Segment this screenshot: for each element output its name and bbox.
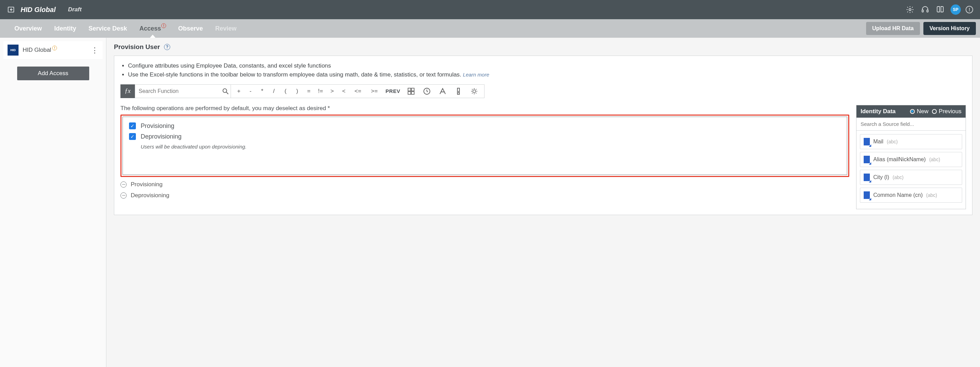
function-search xyxy=(135,84,231,98)
tab-bar: Overview Identity Service Desk Access ! … xyxy=(0,19,980,38)
svg-rect-2 xyxy=(922,10,923,12)
op-gte[interactable]: >= xyxy=(366,85,383,98)
book-icon[interactable] xyxy=(935,5,945,14)
kebab-menu-icon[interactable]: ⋮ xyxy=(91,48,99,52)
field-icon xyxy=(864,191,870,199)
op-plus[interactable]: + xyxy=(233,85,245,98)
radio-icon xyxy=(932,109,937,114)
math-category-icon[interactable] xyxy=(403,85,419,98)
identity-data-title: Identity Data xyxy=(861,108,907,115)
tab-overview[interactable]: Overview xyxy=(8,19,48,38)
svg-point-4 xyxy=(223,89,227,92)
tab-identity[interactable]: Identity xyxy=(48,19,82,38)
upload-hr-data-button[interactable]: Upload HR Data xyxy=(866,22,920,35)
svg-rect-7 xyxy=(411,88,414,91)
svg-rect-3 xyxy=(927,10,928,12)
op-rparen[interactable]: ) xyxy=(291,85,303,98)
tab-observe[interactable]: Observe xyxy=(172,19,209,38)
tab-access-label: Access xyxy=(139,25,161,32)
radio-new[interactable]: New xyxy=(910,108,929,115)
radio-previous[interactable]: Previous xyxy=(932,108,961,115)
function-toolbar: ƒx + - * / ( ) = != > < xyxy=(121,84,966,98)
info-category-icon[interactable] xyxy=(450,85,466,98)
provisioning-row: ✓ Provisioning xyxy=(129,122,841,130)
operator-toolbar: + - * / ( ) = != > < <= >= PREV xyxy=(231,84,485,98)
help-icon[interactable]: ? xyxy=(164,44,170,50)
field-city[interactable]: City (l) (abc) xyxy=(860,170,962,185)
tab-service-desk[interactable]: Service Desk xyxy=(82,19,133,38)
field-icon xyxy=(864,156,870,163)
op-neq[interactable]: != xyxy=(315,85,326,98)
svg-line-5 xyxy=(226,92,229,94)
app-title: HID Global xyxy=(21,6,56,14)
time-category-icon[interactable] xyxy=(419,85,435,98)
provisioning-checkbox[interactable]: ✓ xyxy=(129,122,136,129)
config-panel: Configure attributes using Employee Data… xyxy=(114,56,972,215)
bullet-2: Use the Excel-style functions in the too… xyxy=(128,70,966,79)
operations-box: ✓ Provisioning ✓ Deprovisioning Users wi… xyxy=(123,117,847,175)
collapsed-provisioning[interactable]: Provisioning xyxy=(121,181,849,188)
page-title: Provision User xyxy=(114,43,160,51)
provisioning-label: Provisioning xyxy=(141,122,174,130)
op-multiply[interactable]: * xyxy=(256,85,268,98)
radio-icon xyxy=(910,109,915,114)
warning-icon: ! xyxy=(161,23,166,28)
operations-instruction: The following operations are performed b… xyxy=(121,105,849,112)
op-prev[interactable]: PREV xyxy=(383,85,403,98)
logic-category-icon[interactable] xyxy=(466,85,482,98)
warning-icon: ! xyxy=(52,46,57,51)
fx-icon: ƒx xyxy=(121,84,135,98)
source-field-list: Mail (abc) Alias (mailNickName) (abc) Ci… xyxy=(856,131,966,209)
op-divide[interactable]: / xyxy=(268,85,280,98)
field-mail[interactable]: Mail (abc) xyxy=(860,134,962,149)
field-common-name[interactable]: Common Name (cn) (abc) xyxy=(860,187,962,203)
svg-point-1 xyxy=(909,9,911,11)
avatar[interactable]: SP xyxy=(950,5,961,15)
field-icon xyxy=(864,138,870,145)
headset-icon[interactable] xyxy=(920,5,930,14)
svg-rect-9 xyxy=(411,92,414,94)
tab-access[interactable]: Access ! xyxy=(133,19,172,38)
op-lte[interactable]: <= xyxy=(350,85,366,98)
field-icon xyxy=(864,173,870,181)
svg-rect-6 xyxy=(408,88,411,91)
field-alias[interactable]: Alias (mailNickName) (abc) xyxy=(860,152,962,167)
version-history-button[interactable]: Version History xyxy=(923,22,976,35)
alert-icon[interactable]: ! xyxy=(966,6,973,13)
deprovisioning-label: Deprovisioning xyxy=(141,133,181,140)
function-search-input[interactable] xyxy=(135,86,220,97)
sidebar-item-hid-global[interactable]: HID HID Global ! ⋮ xyxy=(3,41,103,59)
sidebar: HID HID Global ! ⋮ Add Access xyxy=(0,38,107,367)
main-layout: HID HID Global ! ⋮ Add Access Provision … xyxy=(0,38,980,367)
top-header: HID Global Draft SP ! xyxy=(0,0,980,19)
op-gt[interactable]: > xyxy=(326,85,338,98)
add-access-button[interactable]: Add Access xyxy=(17,67,89,80)
gear-icon[interactable] xyxy=(905,5,915,14)
op-lt[interactable]: < xyxy=(338,85,350,98)
deprovisioning-checkbox[interactable]: ✓ xyxy=(129,133,136,140)
deprovisioning-note: Users will be deactivated upon deprovisi… xyxy=(141,144,841,149)
deprovisioning-row: ✓ Deprovisioning xyxy=(129,133,841,140)
source-field-search[interactable] xyxy=(856,118,966,131)
collapse-icon xyxy=(121,181,127,187)
search-icon[interactable] xyxy=(220,87,231,95)
op-eq[interactable]: = xyxy=(303,85,315,98)
identity-data-panel: Identity Data New Previous xyxy=(856,105,966,209)
tab-review[interactable]: Review xyxy=(209,19,243,38)
highlighted-region: ✓ Provisioning ✓ Deprovisioning Users wi… xyxy=(121,114,849,177)
bullet-1: Configure attributes using Employee Data… xyxy=(128,61,966,70)
draft-status: Draft xyxy=(68,6,82,13)
identity-data-header: Identity Data New Previous xyxy=(856,105,966,118)
op-minus[interactable]: - xyxy=(245,85,256,98)
content-area: Provision User ? Configure attributes us… xyxy=(107,38,980,367)
svg-point-14 xyxy=(473,90,476,93)
learn-more-link[interactable]: Learn more xyxy=(463,71,489,78)
text-category-icon[interactable] xyxy=(435,85,450,98)
hid-logo-icon: HID xyxy=(8,44,19,56)
sidebar-item-label: HID Global xyxy=(23,47,51,54)
svg-rect-8 xyxy=(408,92,411,94)
op-lparen[interactable]: ( xyxy=(280,85,291,98)
back-icon[interactable] xyxy=(7,5,15,14)
collapse-icon xyxy=(121,192,127,199)
collapsed-deprovisioning[interactable]: Deprovisioning xyxy=(121,192,849,199)
